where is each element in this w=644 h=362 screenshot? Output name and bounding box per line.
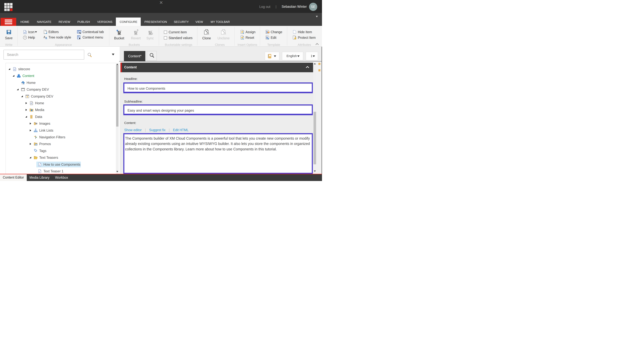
svg-text:A: A <box>45 36 47 39</box>
svg-text:?: ? <box>24 36 26 39</box>
